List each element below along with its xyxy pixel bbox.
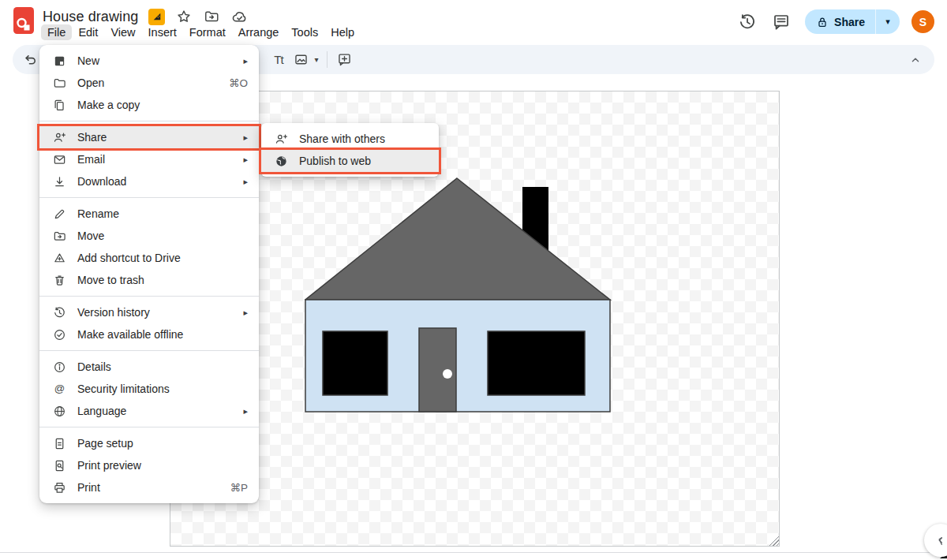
drawings-app-icon[interactable] <box>13 7 35 35</box>
ruler-badge-icon[interactable] <box>148 9 165 25</box>
menu-item-label: Open <box>77 77 218 89</box>
star-icon[interactable] <box>175 8 193 25</box>
history-icon <box>52 305 66 319</box>
share-button-label: Share <box>834 16 865 28</box>
page-setup-icon <box>52 436 66 450</box>
menubar-help[interactable]: Help <box>324 24 361 40</box>
menu-item-move[interactable]: Move <box>39 225 259 247</box>
submenu-arrow-icon: ▸ <box>243 406 248 416</box>
menu-item-label: Share with others <box>299 133 428 145</box>
move-to-folder-icon[interactable] <box>203 8 220 25</box>
add-comment-button[interactable] <box>333 45 355 74</box>
image-dropdown-caret-icon[interactable]: ▾ <box>311 45 322 74</box>
menu-item-label: Email <box>77 153 232 166</box>
insert-image-button[interactable] <box>290 45 311 74</box>
svg-text:@: @ <box>54 383 64 394</box>
door-knob-shape[interactable] <box>443 369 452 379</box>
roof-shape[interactable] <box>305 178 610 300</box>
text-format-label: Tt <box>274 53 283 66</box>
canvas-resize-handle[interactable] <box>768 535 779 546</box>
menu-divider <box>39 121 259 121</box>
avatar-letter: S <box>919 16 926 28</box>
file-menu: New ▸ Open ⌘O Make a copy Share ▸ <box>39 45 259 503</box>
menu-item-label: Security limitations <box>77 383 248 395</box>
submenu-item-publish-to-web[interactable]: Publish to web <box>261 150 439 172</box>
menu-item-security-limitations[interactable]: @ Security limitations <box>39 378 259 400</box>
submenu-item-share-with-others[interactable]: Share with others <box>261 128 439 150</box>
share-dropdown-button[interactable]: ▾ <box>876 9 900 34</box>
submenu-arrow-icon: ▸ <box>243 155 248 165</box>
left-window-shape[interactable] <box>323 331 387 395</box>
menubar-view[interactable]: View <box>104 24 141 40</box>
right-window-shape[interactable] <box>488 331 585 395</box>
account-avatar[interactable]: S <box>911 10 934 33</box>
menu-item-label: Version history <box>77 306 232 319</box>
menu-bar: File Edit View Insert Format Arrange Too… <box>41 24 361 40</box>
menu-item-label: Move <box>77 230 248 242</box>
workspace-bottom-border <box>0 552 947 553</box>
menubar-file[interactable]: File <box>41 24 72 40</box>
share-button[interactable]: Share ▾ <box>805 9 900 34</box>
folder-move-icon <box>52 229 66 243</box>
download-icon <box>52 174 66 189</box>
menubar-edit[interactable]: Edit <box>72 24 104 40</box>
menu-item-label: Publish to web <box>299 155 428 167</box>
menu-item-download[interactable]: Download ▸ <box>39 170 259 192</box>
share-submenu: Share with others Publish to web <box>261 123 439 177</box>
door-shape[interactable] <box>419 328 456 412</box>
menu-item-label: Download <box>77 175 232 188</box>
menu-divider <box>39 296 259 297</box>
menu-item-print-preview[interactable]: Print preview <box>39 454 259 476</box>
menu-item-version-history[interactable]: Version history ▸ <box>39 301 259 323</box>
info-icon <box>52 360 66 374</box>
caret-down-icon: ▾ <box>885 17 890 27</box>
menu-shortcut: ⌘O <box>229 77 248 89</box>
email-icon <box>52 152 66 166</box>
menu-item-label: Make available offline <box>77 328 248 341</box>
submenu-arrow-icon: ▸ <box>243 133 248 143</box>
toolbar-divider <box>327 51 328 68</box>
version-history-icon[interactable] <box>737 12 758 32</box>
menu-item-page-setup[interactable]: Page setup <box>39 432 259 454</box>
house-drawing <box>305 177 612 414</box>
menu-item-open[interactable]: Open ⌘O <box>39 72 259 94</box>
menu-item-label: Print <box>77 481 219 494</box>
drive-add-icon <box>52 251 66 265</box>
menu-item-label: Rename <box>77 207 248 220</box>
image-icon <box>294 52 309 67</box>
menu-item-label: Page setup <box>77 437 248 450</box>
menu-item-make-available-offline[interactable]: Make available offline <box>39 323 259 345</box>
publish-globe-icon <box>274 154 288 168</box>
menu-item-label: Move to trash <box>77 274 248 286</box>
menubar-tools[interactable]: Tools <box>285 24 324 40</box>
menubar-format[interactable]: Format <box>183 24 232 40</box>
trash-icon <box>52 273 66 287</box>
globe-icon <box>52 404 66 418</box>
menu-divider <box>39 350 259 351</box>
menu-item-share[interactable]: Share ▸ <box>39 126 259 148</box>
menu-item-add-shortcut-to-drive[interactable]: Add shortcut to Drive <box>39 247 259 269</box>
menu-item-print[interactable]: Print ⌘P <box>39 476 259 498</box>
submenu-arrow-icon: ▸ <box>243 308 248 318</box>
menu-item-language[interactable]: Language ▸ <box>39 400 259 422</box>
menu-item-details[interactable]: Details <box>39 356 259 378</box>
menu-item-new[interactable]: New ▸ <box>39 50 259 72</box>
menu-item-email[interactable]: Email ▸ <box>39 148 259 170</box>
undo-icon <box>23 52 38 67</box>
menubar-arrange[interactable]: Arrange <box>232 24 286 40</box>
hide-menus-button[interactable] <box>903 45 928 74</box>
menu-item-label: Print preview <box>77 459 248 472</box>
menu-item-rename[interactable]: Rename <box>39 203 259 225</box>
comments-icon[interactable] <box>771 12 792 32</box>
menu-item-label: Language <box>77 405 232 417</box>
menu-item-move-to-trash[interactable]: Move to trash <box>39 269 259 291</box>
person-add-icon <box>52 130 66 144</box>
menubar-insert[interactable]: Insert <box>142 24 183 40</box>
menu-item-label: Add shortcut to Drive <box>77 252 248 264</box>
folder-open-icon <box>52 76 66 90</box>
cloud-saved-icon[interactable] <box>230 8 248 25</box>
document-title[interactable]: House drawing <box>43 9 138 25</box>
menu-item-make-a-copy[interactable]: Make a copy <box>39 94 259 116</box>
menu-shortcut: ⌘P <box>230 481 248 494</box>
text-format-button[interactable]: Tt <box>267 45 290 74</box>
